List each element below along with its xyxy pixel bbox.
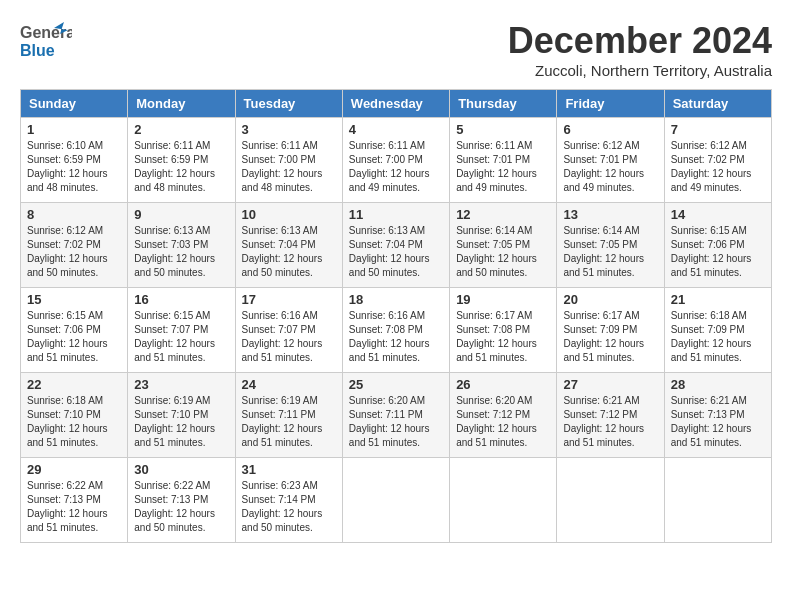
day-number: 28 — [671, 377, 765, 392]
day-number: 22 — [27, 377, 121, 392]
calendar-cell: 15Sunrise: 6:15 AMSunset: 7:06 PMDayligh… — [21, 288, 128, 373]
svg-text:Blue: Blue — [20, 42, 55, 59]
calendar-subtitle: Zuccoli, Northern Territory, Australia — [508, 62, 772, 79]
day-info: Sunrise: 6:16 AMSunset: 7:08 PMDaylight:… — [349, 309, 443, 365]
day-number: 18 — [349, 292, 443, 307]
day-info: Sunrise: 6:15 AMSunset: 7:06 PMDaylight:… — [27, 309, 121, 365]
day-number: 14 — [671, 207, 765, 222]
day-number: 23 — [134, 377, 228, 392]
day-info: Sunrise: 6:17 AMSunset: 7:08 PMDaylight:… — [456, 309, 550, 365]
day-info: Sunrise: 6:19 AMSunset: 7:11 PMDaylight:… — [242, 394, 336, 450]
day-info: Sunrise: 6:14 AMSunset: 7:05 PMDaylight:… — [563, 224, 657, 280]
calendar-cell: 20Sunrise: 6:17 AMSunset: 7:09 PMDayligh… — [557, 288, 664, 373]
calendar-title: December 2024 — [508, 20, 772, 62]
calendar-cell — [450, 458, 557, 543]
day-info: Sunrise: 6:19 AMSunset: 7:10 PMDaylight:… — [134, 394, 228, 450]
day-number: 3 — [242, 122, 336, 137]
calendar-cell: 9Sunrise: 6:13 AMSunset: 7:03 PMDaylight… — [128, 203, 235, 288]
day-info: Sunrise: 6:13 AMSunset: 7:04 PMDaylight:… — [242, 224, 336, 280]
day-number: 12 — [456, 207, 550, 222]
day-number: 7 — [671, 122, 765, 137]
day-info: Sunrise: 6:14 AMSunset: 7:05 PMDaylight:… — [456, 224, 550, 280]
day-info: Sunrise: 6:11 AMSunset: 7:00 PMDaylight:… — [242, 139, 336, 195]
calendar-cell: 19Sunrise: 6:17 AMSunset: 7:08 PMDayligh… — [450, 288, 557, 373]
calendar-cell: 8Sunrise: 6:12 AMSunset: 7:02 PMDaylight… — [21, 203, 128, 288]
day-info: Sunrise: 6:15 AMSunset: 7:06 PMDaylight:… — [671, 224, 765, 280]
calendar-cell: 31Sunrise: 6:23 AMSunset: 7:14 PMDayligh… — [235, 458, 342, 543]
day-info: Sunrise: 6:12 AMSunset: 7:02 PMDaylight:… — [671, 139, 765, 195]
day-number: 27 — [563, 377, 657, 392]
day-number: 20 — [563, 292, 657, 307]
calendar-cell: 26Sunrise: 6:20 AMSunset: 7:12 PMDayligh… — [450, 373, 557, 458]
col-sunday: Sunday — [21, 90, 128, 118]
day-number: 25 — [349, 377, 443, 392]
calendar-cell: 16Sunrise: 6:15 AMSunset: 7:07 PMDayligh… — [128, 288, 235, 373]
calendar-cell: 1Sunrise: 6:10 AMSunset: 6:59 PMDaylight… — [21, 118, 128, 203]
title-section: December 2024 Zuccoli, Northern Territor… — [508, 20, 772, 79]
day-number: 9 — [134, 207, 228, 222]
col-saturday: Saturday — [664, 90, 771, 118]
day-number: 2 — [134, 122, 228, 137]
calendar-row: 15Sunrise: 6:15 AMSunset: 7:06 PMDayligh… — [21, 288, 772, 373]
day-number: 1 — [27, 122, 121, 137]
day-number: 30 — [134, 462, 228, 477]
calendar-cell: 24Sunrise: 6:19 AMSunset: 7:11 PMDayligh… — [235, 373, 342, 458]
day-info: Sunrise: 6:13 AMSunset: 7:04 PMDaylight:… — [349, 224, 443, 280]
svg-text:General: General — [20, 24, 72, 41]
day-info: Sunrise: 6:16 AMSunset: 7:07 PMDaylight:… — [242, 309, 336, 365]
day-number: 6 — [563, 122, 657, 137]
calendar-cell: 5Sunrise: 6:11 AMSunset: 7:01 PMDaylight… — [450, 118, 557, 203]
day-number: 16 — [134, 292, 228, 307]
calendar-row: 8Sunrise: 6:12 AMSunset: 7:02 PMDaylight… — [21, 203, 772, 288]
calendar-cell: 28Sunrise: 6:21 AMSunset: 7:13 PMDayligh… — [664, 373, 771, 458]
day-info: Sunrise: 6:20 AMSunset: 7:11 PMDaylight:… — [349, 394, 443, 450]
day-info: Sunrise: 6:23 AMSunset: 7:14 PMDaylight:… — [242, 479, 336, 535]
day-info: Sunrise: 6:20 AMSunset: 7:12 PMDaylight:… — [456, 394, 550, 450]
calendar-cell: 17Sunrise: 6:16 AMSunset: 7:07 PMDayligh… — [235, 288, 342, 373]
calendar-cell: 4Sunrise: 6:11 AMSunset: 7:00 PMDaylight… — [342, 118, 449, 203]
day-number: 4 — [349, 122, 443, 137]
day-number: 24 — [242, 377, 336, 392]
day-number: 21 — [671, 292, 765, 307]
calendar-cell: 25Sunrise: 6:20 AMSunset: 7:11 PMDayligh… — [342, 373, 449, 458]
day-info: Sunrise: 6:11 AMSunset: 7:00 PMDaylight:… — [349, 139, 443, 195]
calendar-table: Sunday Monday Tuesday Wednesday Thursday… — [20, 89, 772, 543]
calendar-row: 22Sunrise: 6:18 AMSunset: 7:10 PMDayligh… — [21, 373, 772, 458]
day-info: Sunrise: 6:22 AMSunset: 7:13 PMDaylight:… — [134, 479, 228, 535]
day-number: 31 — [242, 462, 336, 477]
day-info: Sunrise: 6:21 AMSunset: 7:13 PMDaylight:… — [671, 394, 765, 450]
calendar-cell: 6Sunrise: 6:12 AMSunset: 7:01 PMDaylight… — [557, 118, 664, 203]
col-wednesday: Wednesday — [342, 90, 449, 118]
day-number: 15 — [27, 292, 121, 307]
calendar-row: 1Sunrise: 6:10 AMSunset: 6:59 PMDaylight… — [21, 118, 772, 203]
calendar-cell — [664, 458, 771, 543]
day-info: Sunrise: 6:10 AMSunset: 6:59 PMDaylight:… — [27, 139, 121, 195]
day-number: 10 — [242, 207, 336, 222]
calendar-cell — [557, 458, 664, 543]
day-info: Sunrise: 6:21 AMSunset: 7:12 PMDaylight:… — [563, 394, 657, 450]
day-info: Sunrise: 6:18 AMSunset: 7:09 PMDaylight:… — [671, 309, 765, 365]
calendar-cell: 7Sunrise: 6:12 AMSunset: 7:02 PMDaylight… — [664, 118, 771, 203]
day-number: 13 — [563, 207, 657, 222]
calendar-cell: 22Sunrise: 6:18 AMSunset: 7:10 PMDayligh… — [21, 373, 128, 458]
day-number: 26 — [456, 377, 550, 392]
day-info: Sunrise: 6:11 AMSunset: 7:01 PMDaylight:… — [456, 139, 550, 195]
col-thursday: Thursday — [450, 90, 557, 118]
calendar-cell: 3Sunrise: 6:11 AMSunset: 7:00 PMDaylight… — [235, 118, 342, 203]
day-info: Sunrise: 6:13 AMSunset: 7:03 PMDaylight:… — [134, 224, 228, 280]
day-number: 29 — [27, 462, 121, 477]
day-info: Sunrise: 6:12 AMSunset: 7:02 PMDaylight:… — [27, 224, 121, 280]
day-info: Sunrise: 6:17 AMSunset: 7:09 PMDaylight:… — [563, 309, 657, 365]
day-info: Sunrise: 6:22 AMSunset: 7:13 PMDaylight:… — [27, 479, 121, 535]
page-container: General Blue December 2024 Zuccoli, Nort… — [20, 20, 772, 543]
calendar-cell: 2Sunrise: 6:11 AMSunset: 6:59 PMDaylight… — [128, 118, 235, 203]
col-friday: Friday — [557, 90, 664, 118]
header-row: Sunday Monday Tuesday Wednesday Thursday… — [21, 90, 772, 118]
calendar-row: 29Sunrise: 6:22 AMSunset: 7:13 PMDayligh… — [21, 458, 772, 543]
calendar-cell: 29Sunrise: 6:22 AMSunset: 7:13 PMDayligh… — [21, 458, 128, 543]
calendar-cell: 12Sunrise: 6:14 AMSunset: 7:05 PMDayligh… — [450, 203, 557, 288]
calendar-cell: 14Sunrise: 6:15 AMSunset: 7:06 PMDayligh… — [664, 203, 771, 288]
day-number: 5 — [456, 122, 550, 137]
day-info: Sunrise: 6:11 AMSunset: 6:59 PMDaylight:… — [134, 139, 228, 195]
header: General Blue December 2024 Zuccoli, Nort… — [20, 20, 772, 79]
